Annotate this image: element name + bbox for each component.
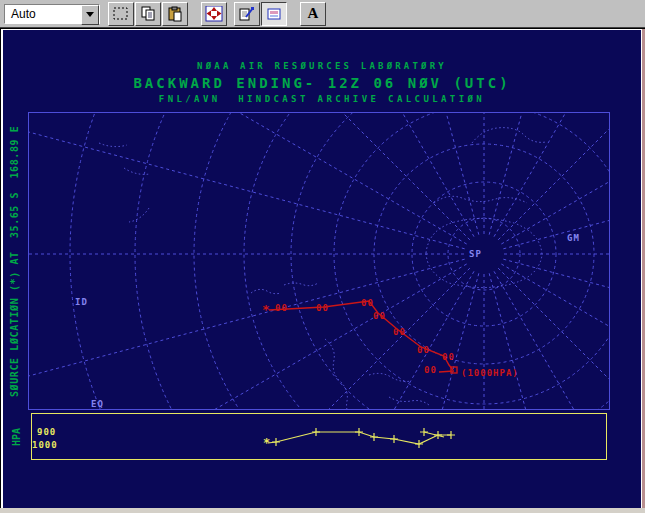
plot-title-line3: FNL/AVN HINDCAST ARCHIVE CALCULATIØN xyxy=(3,94,641,104)
toolbar: Auto xyxy=(0,0,645,28)
copy-icon xyxy=(139,6,157,22)
svg-text:(1000HPA): (1000HPA) xyxy=(461,368,519,378)
select-region-button[interactable] xyxy=(108,2,134,26)
svg-text:00: 00 xyxy=(316,303,329,313)
svg-text:900: 900 xyxy=(37,427,56,437)
zoom-mode-value: Auto xyxy=(5,5,81,23)
svg-text:00: 00 xyxy=(275,303,288,313)
plot-title-line1: NØAA AIR RESØURCES LABØRATØRY xyxy=(3,61,641,71)
map-svg: IDGMEQSP0000000000000000*(1000HPA) xyxy=(29,113,609,409)
svg-text:SP: SP xyxy=(469,249,482,259)
marquee-icon xyxy=(112,6,130,22)
window-border-bottom xyxy=(0,508,645,513)
svg-text:00: 00 xyxy=(361,298,374,308)
svg-text:00: 00 xyxy=(393,327,406,337)
fit-window-button[interactable] xyxy=(201,2,227,26)
profile-svg: *9001000 xyxy=(32,414,606,459)
frame-icon xyxy=(265,6,283,22)
svg-text:*: * xyxy=(263,436,270,450)
paste-icon xyxy=(166,6,184,22)
svg-text:GM: GM xyxy=(567,233,580,243)
edit-properties-button[interactable] xyxy=(234,2,260,26)
svg-text:EQ: EQ xyxy=(91,399,104,409)
source-location-label: SØURCE LØCATIØN (*) AT 35.65 S 168.89 E xyxy=(4,112,24,410)
svg-text:00: 00 xyxy=(373,311,386,321)
pressure-axis-label: HPA xyxy=(8,413,24,460)
plot-canvas: NØAA AIR RESØURCES LABØRATØRY BACKWARD E… xyxy=(3,30,641,508)
zoom-mode-select[interactable]: Auto xyxy=(4,4,100,24)
paste-button[interactable] xyxy=(162,2,188,26)
pressure-profile-panel: *9001000 xyxy=(31,413,607,460)
expand-arrows-icon xyxy=(205,6,223,22)
font-button[interactable]: A xyxy=(300,2,326,26)
chevron-down-icon[interactable] xyxy=(81,5,99,25)
app-window: Auto xyxy=(0,0,645,513)
svg-text:00: 00 xyxy=(417,345,430,355)
svg-text:00: 00 xyxy=(442,352,455,362)
copy-button[interactable] xyxy=(135,2,161,26)
page-pen-icon xyxy=(238,6,256,22)
svg-text:*: * xyxy=(262,302,270,317)
letter-a-icon: A xyxy=(308,6,319,21)
trajectory-map: IDGMEQSP0000000000000000*(1000HPA) xyxy=(28,112,610,410)
svg-text:ID: ID xyxy=(75,297,88,307)
plot-title-line2: BACKWARD ENDING- 12Z 06 NØV (UTC) xyxy=(3,75,641,91)
svg-text:00: 00 xyxy=(424,365,437,375)
frame-view-button[interactable] xyxy=(261,2,287,26)
svg-text:1000: 1000 xyxy=(32,440,58,450)
